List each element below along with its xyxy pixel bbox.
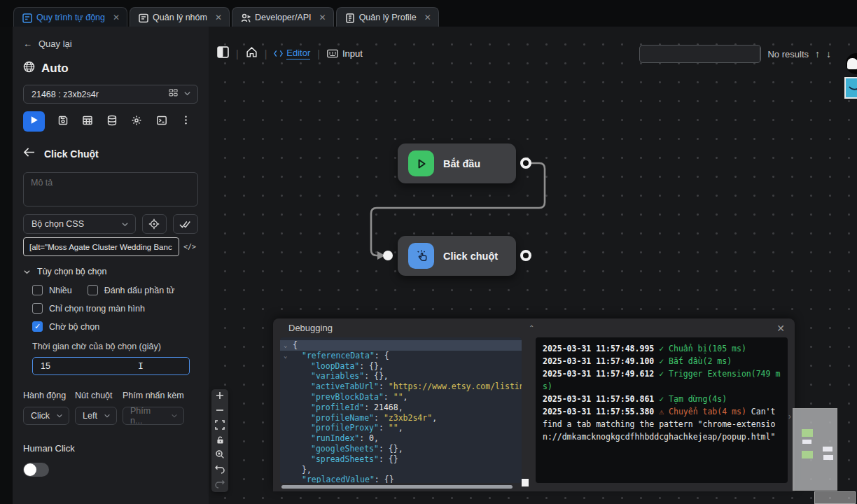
close-icon[interactable]: ✕ <box>424 13 431 22</box>
panel-toggle-icon[interactable] <box>217 46 229 61</box>
json-horizontal-scrollbar[interactable] <box>281 485 513 489</box>
back-arrow-icon[interactable] <box>23 147 35 160</box>
tab-qu-n-l-nh-m[interactable]: Quản lý nhóm ✕ <box>130 7 230 27</box>
selector-value-input[interactable]: [alt="Moss Agate Cluster Wedding Banc <box>23 237 179 256</box>
debug-json-view[interactable]: ⌄{⌄"referenceData": {"loopData": {},"var… <box>280 337 522 483</box>
database-icon <box>106 115 118 129</box>
database-button[interactable] <box>100 111 124 132</box>
node-click-output-port[interactable] <box>520 250 531 261</box>
json-line: "googleSheets": {}, <box>280 444 522 454</box>
checkbox-icon[interactable] <box>32 303 43 314</box>
checkbox-icon[interactable]: ✓ <box>32 321 43 332</box>
canvas-toolbar: | | Editor | Input <box>217 46 363 61</box>
lock-button[interactable] <box>211 433 228 448</box>
minimap-node <box>802 429 813 437</box>
checkbox-ch-b-ch-n[interactable]: ✓ Chờ bộ chọn <box>32 321 99 332</box>
zoom-in-icon <box>214 390 225 404</box>
checkbox-ch-ch-n-trong-m-n-h-nh[interactable]: Chỉ chọn trong màn hình <box>32 303 145 314</box>
tab-input[interactable]: Input <box>327 48 363 59</box>
gear-button[interactable] <box>125 111 148 132</box>
node-start-output-port[interactable] <box>520 158 531 169</box>
fold-caret-icon[interactable]: ⌄ <box>284 351 287 361</box>
checkbox-icon[interactable] <box>88 285 98 295</box>
group-icon <box>138 13 148 22</box>
json-line: "profileId": 21468, <box>280 402 522 413</box>
log-scroll-right-icon[interactable]: › <box>788 412 791 421</box>
save-button[interactable] <box>50 111 74 132</box>
tab-editor[interactable]: Editor <box>274 48 310 59</box>
fit-screen-icon <box>214 419 225 433</box>
node-click[interactable]: Click chuột <box>398 236 516 276</box>
tab-qu-n-l-profile[interactable]: Quản lý Profile ✕ <box>336 7 439 27</box>
node-start[interactable]: Bắt đầu <box>398 144 516 183</box>
back-arrow-icon: ← <box>23 38 32 49</box>
terminal-icon <box>156 115 167 129</box>
zoom-reset-icon <box>214 449 225 463</box>
terminal-button[interactable] <box>149 111 173 132</box>
mouse-button-label: Nút chuột <box>75 391 123 400</box>
fold-caret-icon[interactable]: ⌄ <box>284 340 287 351</box>
selector-type-value: Bộ chọn CSS <box>32 219 121 229</box>
verify-selector-button[interactable] <box>173 214 198 234</box>
sidebar: ← Quay lại Auto 21468 : z3xb2s4r <box>13 27 209 504</box>
mouse-button-select[interactable]: Left <box>75 407 117 425</box>
tab-quy-tr-nh-t-ng[interactable]: Quy trình tự động ✕ <box>13 7 127 27</box>
floating-sidebar-widget[interactable] <box>844 77 857 99</box>
search-next-icon[interactable]: ↓ <box>826 48 831 59</box>
profile-select[interactable]: 21468 : z3xb2s4r <box>23 85 198 104</box>
collapse-icon[interactable]: ⌃ <box>529 324 534 332</box>
checkbox-icon[interactable] <box>32 285 43 295</box>
table-button[interactable] <box>76 111 99 132</box>
search-input[interactable] <box>640 46 760 62</box>
timeout-value: 15 <box>41 361 50 371</box>
modifier-select[interactable]: Phím n... <box>123 407 184 425</box>
log-entry: 2025-03-31 11:57:48.995 ✓ Chuẩn bị(105 m… <box>543 342 781 355</box>
block-panel-title: Click Chuột <box>44 148 99 160</box>
undo-button[interactable] <box>211 463 228 477</box>
play-icon <box>29 115 39 128</box>
json-line: "variables": {}, <box>280 371 522 382</box>
gear-icon <box>131 115 142 129</box>
workflow-title: Auto <box>41 62 69 76</box>
back-button[interactable]: ← Quay lại <box>23 38 198 49</box>
checkbox--nh-d-u-ph-n-t-[interactable]: Đánh dấu phần tử <box>88 285 175 295</box>
close-icon[interactable]: ✕ <box>215 13 222 22</box>
double-check-icon <box>179 220 192 229</box>
zoom-in-button[interactable] <box>211 389 228 404</box>
minimap-overlay <box>814 491 856 504</box>
node-start-label: Bắt đầu <box>443 158 480 169</box>
zoom-out-button[interactable] <box>211 404 228 419</box>
code-icon[interactable]: </> <box>181 237 198 256</box>
description-textarea[interactable] <box>23 172 198 206</box>
checkbox-nhi-u[interactable]: Nhiều <box>32 285 72 295</box>
zoom-reset-button[interactable] <box>211 448 228 463</box>
selector-options-toggle[interactable]: Tùy chọn bộ chọn <box>23 267 198 276</box>
close-icon[interactable]: ✕ <box>776 323 785 334</box>
debug-panel-title: Debugging <box>288 323 333 333</box>
fit-screen-button[interactable] <box>211 419 228 433</box>
log-entry: 2025-03-31 11:57:50.861 ✓ Tạm dừng(4s) <box>543 393 781 405</box>
json-line: "runIndex": 0, <box>280 433 522 444</box>
human-click-toggle[interactable] <box>23 463 49 477</box>
timeout-input[interactable]: 15 I <box>32 357 190 375</box>
json-line: "activeTabUrl": "https://www.etsy.com/li… <box>280 382 522 392</box>
node-click-input-port[interactable] <box>383 251 393 260</box>
success-check-icon: ✓ <box>659 344 664 354</box>
log-entry: 2025-03-31 11:57:49.612 ✓ Trigger Extens… <box>543 368 781 393</box>
search-icon[interactable] <box>760 46 761 62</box>
debug-log-view[interactable]: 2025-03-31 11:57:48.995 ✓ Chuẩn bị(105 m… <box>536 337 788 483</box>
more-vertical-button[interactable] <box>174 111 198 132</box>
close-icon[interactable]: ✕ <box>113 13 120 22</box>
close-icon[interactable]: ✕ <box>319 13 326 22</box>
home-icon[interactable] <box>246 46 258 61</box>
flow-minimap[interactable] <box>793 408 837 491</box>
play-button[interactable] <box>23 111 45 132</box>
selector-type-select[interactable]: Bộ chọn CSS <box>23 214 136 234</box>
search-prev-icon[interactable]: ↑ <box>815 48 820 59</box>
pick-element-button[interactable] <box>142 214 167 234</box>
tab-developer-api[interactable]: Developer/API ✕ <box>232 7 334 27</box>
action-select[interactable]: Click <box>23 407 69 425</box>
minimap-node <box>823 447 832 451</box>
code-icon <box>274 50 283 57</box>
redo-button[interactable] <box>211 477 228 492</box>
